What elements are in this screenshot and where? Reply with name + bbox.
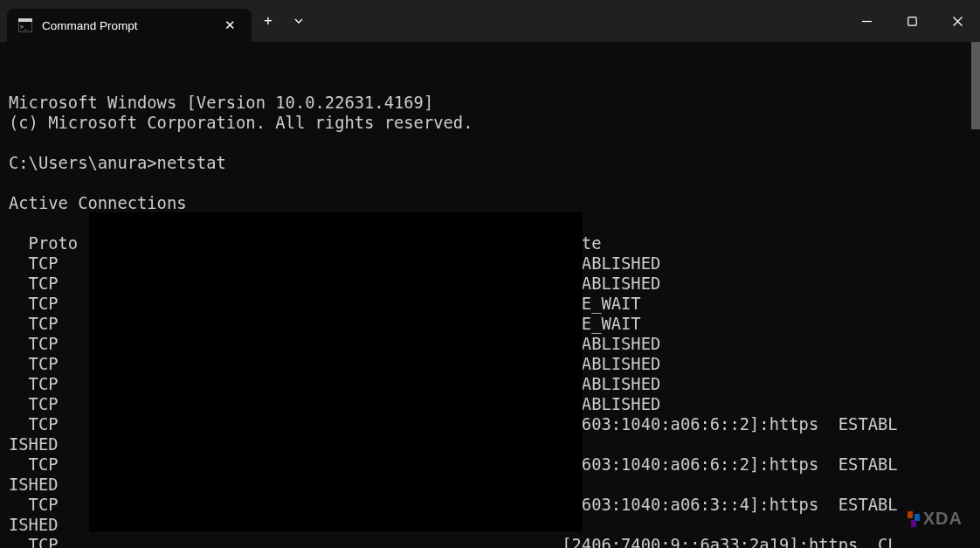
- terminal-line: Active Connections: [9, 193, 971, 213]
- command-prompt-icon: >_: [17, 17, 33, 33]
- maximize-button[interactable]: [889, 4, 935, 38]
- svg-rect-8: [914, 514, 920, 521]
- terminal-line: TCP [2406:7400:9::6a33:2a19]:https CL: [9, 535, 971, 548]
- window-controls: [844, 0, 980, 42]
- tab-title: Command Prompt: [42, 19, 210, 32]
- terminal-line: [9, 133, 971, 153]
- tab-dropdown-button[interactable]: [285, 16, 313, 26]
- redacted-region: [89, 212, 583, 531]
- xda-logo-icon: [906, 511, 921, 527]
- svg-text:>_: >_: [20, 24, 28, 31]
- tab-command-prompt[interactable]: >_ Command Prompt ✕: [7, 9, 252, 42]
- watermark-text: XDA: [923, 509, 963, 529]
- svg-rect-4: [908, 17, 916, 25]
- titlebar-left: >_ Command Prompt ✕ +: [0, 0, 313, 42]
- titlebar: >_ Command Prompt ✕ +: [0, 0, 980, 42]
- svg-rect-1: [18, 18, 32, 22]
- terminal-line: Microsoft Windows [Version 10.0.22631.41…: [9, 93, 971, 113]
- svg-rect-9: [911, 520, 916, 527]
- terminal-line: (c) Microsoft Corporation. All rights re…: [9, 113, 971, 133]
- terminal-line: C:\Users\anura>netstat: [9, 153, 971, 173]
- svg-rect-7: [908, 511, 913, 518]
- scrollbar[interactable]: [971, 42, 980, 129]
- terminal-line: [9, 173, 971, 193]
- minimize-button[interactable]: [844, 4, 889, 38]
- close-tab-button[interactable]: ✕: [219, 16, 241, 35]
- watermark: XDA: [906, 509, 963, 529]
- new-tab-button[interactable]: +: [252, 12, 285, 30]
- close-window-button[interactable]: [935, 4, 980, 38]
